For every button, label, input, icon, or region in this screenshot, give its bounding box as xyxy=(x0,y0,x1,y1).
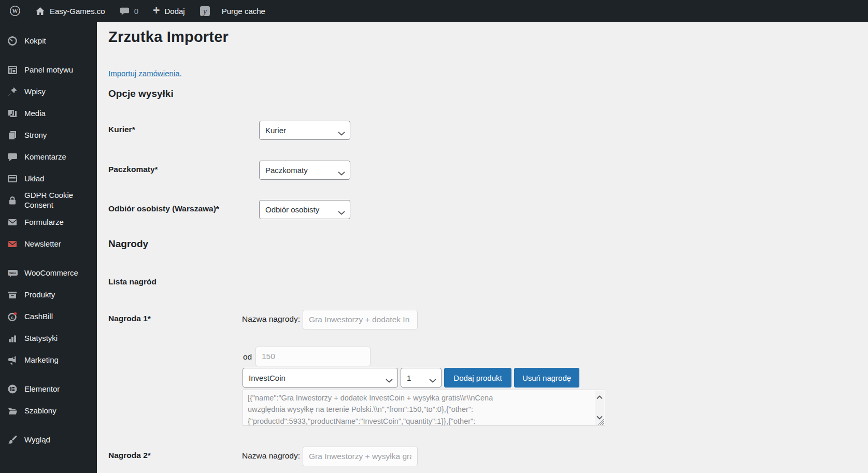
reward1-product-select-wrap: InvestCoin xyxy=(243,368,398,388)
reward1-name-label: Nazwa nagrody: xyxy=(242,314,300,324)
reward2-name-input-wrap xyxy=(303,447,418,466)
pages-icon xyxy=(7,130,18,140)
courier-select-wrap: Kurier xyxy=(259,121,350,140)
reward1-json-textarea[interactable]: [{"name":"Gra Inwestorzy + dodatek Inves… xyxy=(243,390,595,425)
sidebar-item-statystyki[interactable]: Statystyki xyxy=(0,327,97,349)
envelope-icon xyxy=(7,217,18,227)
sidebar-separator xyxy=(0,52,97,59)
reward1-quantity-select-wrap: 1 xyxy=(401,368,442,388)
reward1-name-input-wrap xyxy=(303,310,418,329)
lock-icon xyxy=(7,195,18,206)
yoast-seo-button[interactable]: y xyxy=(192,0,218,22)
yoast-icon: y xyxy=(200,6,210,17)
comments-count: 0 xyxy=(134,7,138,16)
rewards-heading: Nagrody xyxy=(108,238,148,250)
sidebar-item-label: GDPR Cookie Consent xyxy=(24,191,86,210)
sidebar-item-label: Elementor xyxy=(24,384,60,394)
sidebar-item-produkty[interactable]: Produkty xyxy=(0,284,97,306)
wordpress-logo-icon: W xyxy=(9,5,21,17)
paintbrush-icon xyxy=(7,435,18,445)
pickup-select[interactable]: Odbiór osobisty xyxy=(259,200,350,219)
sidebar-separator xyxy=(0,422,97,429)
sidebar-item-label: Strony xyxy=(24,131,47,140)
newsletter-envelope-icon xyxy=(7,239,18,249)
sidebar-separator xyxy=(0,371,97,378)
sidebar-item-label: Wpisy xyxy=(24,87,46,97)
purge-cache-button[interactable]: Purge cache xyxy=(218,0,273,22)
courier-label: Kurier* xyxy=(108,125,135,134)
resize-handle-icon[interactable] xyxy=(597,418,604,425)
reward1-from-input-wrap xyxy=(255,347,371,366)
layout-icon xyxy=(7,174,18,184)
reward1-quantity-select[interactable]: 1 xyxy=(401,368,442,388)
sidebar-item-panel-motywu[interactable]: Panel motywu xyxy=(0,59,97,81)
sidebar-item-gdpr-cookie-consent[interactable]: GDPR Cookie Consent xyxy=(0,190,97,211)
scroll-up-icon[interactable] xyxy=(596,392,603,396)
pickup-select-wrap: Odbiór osobisty xyxy=(259,200,350,219)
sidebar-item-label: WooCommerce xyxy=(24,268,78,278)
sidebar-item-label: Marketing xyxy=(24,355,59,365)
home-icon xyxy=(35,6,45,16)
new-content-button[interactable]: + Dodaj xyxy=(146,0,192,22)
comments-button[interactable]: 0 xyxy=(112,0,146,22)
folder-icon xyxy=(7,406,18,416)
sidebar-item-woocommerce[interactable]: Woo WooCommerce xyxy=(0,262,97,284)
scroll-down-icon[interactable] xyxy=(596,412,603,417)
remove-reward-button[interactable]: Usuń nagrodę xyxy=(514,368,579,388)
sidebar-item-kokpit[interactable]: Kokpit xyxy=(0,30,97,52)
sidebar-item-strony[interactable]: Strony xyxy=(0,124,97,146)
sidebar-item-label: Panel motywu xyxy=(24,65,73,75)
page-title: Zrzutka Importer xyxy=(108,28,229,46)
reward1-from-input[interactable] xyxy=(255,347,371,366)
sidebar-item-formularze[interactable]: Formularze xyxy=(0,211,97,233)
lockers-select-wrap: Paczkomaty xyxy=(259,161,350,180)
sidebar-separator xyxy=(0,255,97,262)
import-orders-link[interactable]: Importuj zamówienia. xyxy=(108,69,182,78)
dashboard-icon xyxy=(7,36,18,46)
add-product-button[interactable]: Dodaj produkt xyxy=(444,368,511,388)
pickup-label: Odbiór osobisty (Warszawa)* xyxy=(108,204,219,213)
woocommerce-icon: Woo xyxy=(7,268,18,278)
comments-icon xyxy=(7,152,18,162)
elementor-icon xyxy=(7,384,18,394)
sidebar-item-label: Media xyxy=(24,109,46,119)
sidebar-item-cashbill[interactable]: c CashBill xyxy=(0,306,97,327)
site-name-label: Easy-Games.co xyxy=(50,7,105,16)
wordpress-logo-button[interactable]: W xyxy=(7,0,28,22)
media-icon xyxy=(7,108,18,119)
sidebar-item-label: Produkty xyxy=(24,290,55,300)
admin-sidebar: Kokpit Panel motywu Wpisy Media Strony K… xyxy=(0,0,97,473)
main-content: Zrzutka Importer Importuj zamówienia. Op… xyxy=(97,22,868,473)
sidebar-item-newsletter[interactable]: Newsletter xyxy=(0,233,97,255)
lockers-select[interactable]: Paczkomaty xyxy=(259,161,350,180)
lockers-label: Paczkomaty* xyxy=(108,165,158,174)
sidebar-item-szablony[interactable]: Szablony xyxy=(0,400,97,422)
reward2-name-input[interactable] xyxy=(303,447,418,466)
svg-text:Woo: Woo xyxy=(9,271,16,275)
theme-panel-icon xyxy=(7,65,18,75)
sidebar-item-marketing[interactable]: Marketing xyxy=(0,349,97,371)
reward1-json-textarea-box: [{"name":"Gra Inwestorzy + dodatek Inves… xyxy=(243,390,605,426)
svg-text:W: W xyxy=(12,8,18,14)
sidebar-item-media[interactable]: Media xyxy=(0,103,97,124)
sidebar-item-label: Newsletter xyxy=(24,239,61,249)
cashbill-icon: c xyxy=(7,311,18,322)
sidebar-item-wyglad[interactable]: Wygląd xyxy=(0,429,97,451)
sidebar-item-uklad[interactable]: Układ xyxy=(0,168,97,190)
sidebar-item-label: Statystyki xyxy=(24,334,58,343)
comment-bubble-icon xyxy=(120,6,130,16)
site-name-button[interactable]: Easy-Games.co xyxy=(28,0,112,22)
admin-bar: W Easy-Games.co 0 + Dodaj y Purge cache xyxy=(0,0,868,22)
sidebar-item-elementor[interactable]: Elementor xyxy=(0,378,97,400)
reward2-name-label: Nazwa nagrody: xyxy=(242,451,300,461)
plus-icon: + xyxy=(153,5,160,17)
svg-text:y: y xyxy=(202,6,207,16)
shipping-options-heading: Opcje wysyłki xyxy=(108,88,174,99)
sidebar-item-komentarze[interactable]: Komentarze xyxy=(0,146,97,168)
courier-select[interactable]: Kurier xyxy=(259,121,350,140)
sidebar-item-wpisy[interactable]: Wpisy xyxy=(0,81,97,103)
reward1-product-select[interactable]: InvestCoin xyxy=(243,368,398,388)
sidebar-item-label: Komentarze xyxy=(24,152,66,162)
sidebar-item-label: Szablony xyxy=(24,406,56,416)
reward1-name-input[interactable] xyxy=(303,310,418,329)
